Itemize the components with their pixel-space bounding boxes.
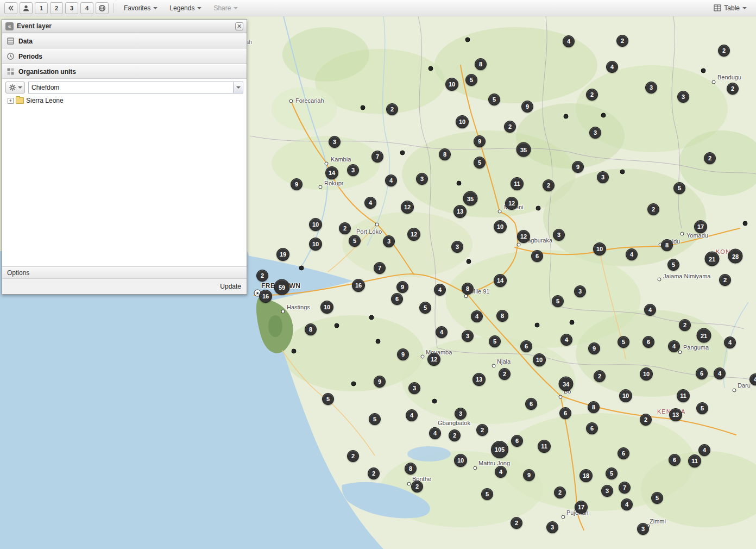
- event-cluster[interactable]: 5: [618, 336, 629, 348]
- event-cluster[interactable]: 2: [339, 222, 351, 234]
- event-cluster[interactable]: 10: [445, 78, 458, 91]
- event-cluster[interactable]: 6: [520, 340, 532, 352]
- event-cluster[interactable]: 10: [309, 218, 322, 231]
- event-cluster[interactable]: 5: [489, 335, 501, 347]
- event-cluster[interactable]: 6: [525, 398, 537, 410]
- event-cluster[interactable]: 6: [669, 454, 681, 466]
- event-dot[interactable]: [743, 221, 748, 226]
- event-dot[interactable]: [361, 105, 366, 110]
- event-cluster[interactable]: 3: [553, 229, 565, 241]
- event-cluster[interactable]: 3: [408, 382, 420, 394]
- options-section[interactable]: Options: [2, 266, 247, 279]
- event-cluster[interactable]: 5: [696, 402, 708, 414]
- event-cluster[interactable]: 9: [474, 135, 486, 147]
- event-cluster[interactable]: 5: [474, 157, 486, 169]
- event-cluster[interactable]: 8: [496, 310, 508, 322]
- event-cluster[interactable]: 4: [495, 466, 507, 478]
- event-dot[interactable]: [335, 323, 339, 328]
- event-cluster[interactable]: 3: [601, 485, 613, 497]
- event-cluster[interactable]: 28: [728, 249, 743, 264]
- event-cluster[interactable]: 12: [401, 201, 414, 214]
- event-cluster[interactable]: 11: [511, 177, 524, 190]
- event-cluster[interactable]: 17: [575, 501, 588, 514]
- event-cluster[interactable]: 105: [491, 441, 508, 458]
- event-cluster[interactable]: 4: [364, 197, 376, 209]
- event-cluster[interactable]: 2: [504, 121, 516, 133]
- event-cluster[interactable]: 3: [677, 91, 689, 103]
- globe-button[interactable]: [96, 2, 109, 14]
- event-cluster[interactable]: 6: [642, 336, 654, 348]
- event-dot[interactable]: [376, 339, 381, 344]
- event-dot[interactable]: [564, 114, 569, 119]
- event-cluster[interactable]: 8: [475, 58, 487, 70]
- event-dot[interactable]: [432, 399, 437, 404]
- event-cluster[interactable]: 4: [724, 336, 736, 348]
- event-cluster[interactable]: 5: [673, 182, 685, 194]
- event-cluster[interactable]: 6: [391, 293, 403, 305]
- event-cluster[interactable]: 8: [588, 401, 600, 413]
- event-cluster[interactable]: 4: [621, 498, 633, 510]
- event-cluster[interactable]: 6: [618, 447, 629, 459]
- event-cluster[interactable]: 2: [718, 45, 730, 57]
- event-cluster[interactable]: 2: [727, 83, 739, 95]
- event-cluster[interactable]: 10: [533, 353, 546, 366]
- event-cluster[interactable]: 19: [276, 248, 289, 261]
- event-cluster[interactable]: 2: [616, 35, 628, 47]
- event-cluster[interactable]: 9: [396, 281, 408, 293]
- event-cluster[interactable]: 4: [560, 334, 572, 346]
- event-cluster[interactable]: 6: [696, 367, 708, 379]
- event-cluster[interactable]: 4: [626, 248, 638, 260]
- event-cluster[interactable]: 13: [453, 205, 467, 218]
- event-cluster[interactable]: 35: [516, 142, 531, 157]
- event-cluster[interactable]: 12: [407, 228, 420, 241]
- table-menu[interactable]: Table: [709, 2, 752, 14]
- view-button-3[interactable]: 3: [65, 2, 78, 14]
- legends-menu[interactable]: Legends: [165, 2, 206, 14]
- collapse-panel-button[interactable]: [4, 2, 17, 14]
- event-cluster[interactable]: 3: [637, 523, 649, 535]
- event-dot[interactable]: [429, 66, 433, 71]
- event-cluster[interactable]: 2: [511, 517, 522, 529]
- event-cluster[interactable]: 5: [349, 235, 361, 247]
- event-cluster[interactable]: 5: [488, 93, 500, 105]
- event-cluster[interactable]: 7: [619, 482, 631, 494]
- section-periods[interactable]: Periods: [2, 49, 247, 64]
- view-button-2[interactable]: 2: [50, 2, 63, 14]
- event-cluster[interactable]: 9: [588, 342, 600, 354]
- event-cluster[interactable]: 3: [451, 241, 463, 253]
- event-cluster[interactable]: 4: [563, 35, 575, 47]
- event-cluster[interactable]: 2: [647, 203, 659, 215]
- close-icon[interactable]: ✕: [235, 22, 243, 30]
- event-cluster[interactable]: 18: [579, 469, 593, 482]
- event-cluster[interactable]: 9: [397, 348, 409, 360]
- event-dot[interactable]: [620, 170, 625, 174]
- event-cluster[interactable]: 4: [668, 340, 680, 352]
- event-cluster[interactable]: 10: [494, 220, 507, 233]
- event-cluster[interactable]: 4: [385, 174, 397, 186]
- event-cluster[interactable]: 4: [644, 304, 656, 316]
- event-cluster[interactable]: 3: [574, 285, 586, 297]
- event-cluster[interactable]: 2: [594, 370, 606, 382]
- event-cluster[interactable]: 7: [371, 151, 383, 163]
- event-cluster[interactable]: 4: [436, 326, 448, 338]
- event-cluster[interactable]: 5: [322, 393, 334, 405]
- event-cluster[interactable]: 59: [274, 279, 290, 295]
- event-cluster[interactable]: 2: [411, 481, 423, 492]
- event-dot[interactable]: [601, 113, 606, 118]
- event-cluster[interactable]: 2: [719, 274, 731, 286]
- event-cluster[interactable]: 11: [688, 454, 701, 467]
- section-data[interactable]: Data: [2, 34, 247, 48]
- event-cluster[interactable]: 3: [347, 164, 359, 176]
- event-dot[interactable]: [465, 38, 470, 42]
- orgunit-settings-button[interactable]: [5, 82, 25, 93]
- event-dot[interactable]: [570, 320, 575, 325]
- event-cluster[interactable]: 5: [465, 74, 477, 86]
- view-button-4[interactable]: 4: [80, 2, 93, 14]
- event-cluster[interactable]: 8: [439, 148, 451, 160]
- event-cluster[interactable]: 34: [559, 377, 574, 391]
- event-cluster[interactable]: 2: [386, 103, 398, 115]
- event-dot[interactable]: [369, 315, 374, 320]
- event-cluster[interactable]: 2: [368, 467, 380, 479]
- event-cluster[interactable]: 4: [698, 444, 710, 456]
- event-cluster[interactable]: 2: [347, 450, 359, 462]
